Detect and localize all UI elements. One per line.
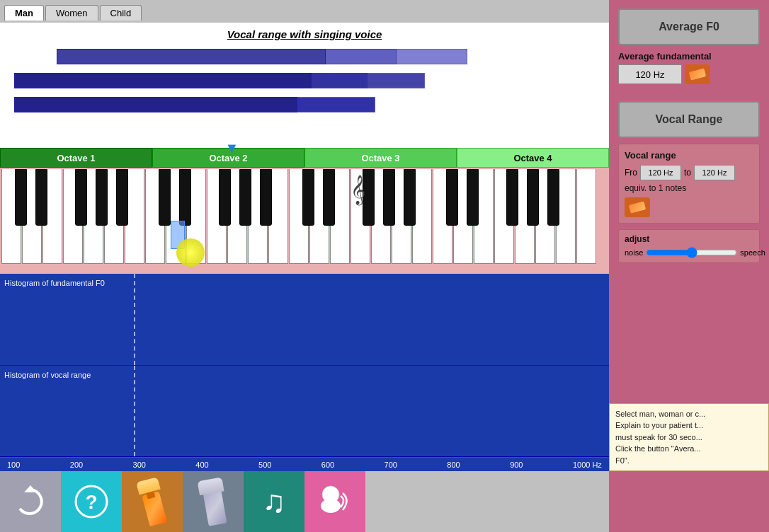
help-icon: ? xyxy=(74,484,109,519)
help-button[interactable]: ? xyxy=(61,471,122,532)
histogram-range-label: Histogram of vocal range xyxy=(4,370,91,380)
usb-gray-icon xyxy=(190,475,236,528)
noise-label: noise xyxy=(625,248,643,257)
tuning-fork-icon: 𝄞 xyxy=(351,175,365,204)
tenor-row: Tenor xyxy=(14,47,559,66)
avg-fundamental-section: Average fundamental xyxy=(618,51,760,84)
adjust-label: adjust xyxy=(625,234,753,244)
piano-section[interactable]: 𝄞 xyxy=(0,168,609,274)
black-key[interactable] xyxy=(35,169,47,226)
range-from-input[interactable] xyxy=(640,165,681,180)
black-key[interactable] xyxy=(404,169,416,226)
avg-fundamental-label: Average fundamental xyxy=(618,51,760,62)
range-eraser-button[interactable] xyxy=(625,197,650,217)
avg-f0-label: Average F0 xyxy=(659,21,719,33)
black-key[interactable] xyxy=(302,169,314,226)
black-key[interactable] xyxy=(467,169,479,226)
freq-100: 100 xyxy=(7,461,20,469)
usb-orange-button[interactable] xyxy=(122,471,183,532)
black-key[interactable] xyxy=(15,169,27,226)
octave-2: Octave 2 ▼ xyxy=(152,148,304,168)
vocal-range-section-right: Vocal range Fro to equiv. to 1 notes xyxy=(618,144,760,224)
music-icon: ♫ xyxy=(263,484,286,519)
tab-child[interactable]: Child xyxy=(100,5,142,21)
freq-200: 200 xyxy=(70,461,83,469)
white-key[interactable] xyxy=(576,169,596,264)
avg-hz-input[interactable] xyxy=(618,64,682,84)
black-key[interactable] xyxy=(506,169,518,226)
piano-keys[interactable] xyxy=(0,168,609,267)
svg-point-4 xyxy=(321,499,341,513)
usb-gray-button[interactable] xyxy=(183,471,244,532)
range-to-input[interactable] xyxy=(694,165,735,180)
octave-4: Octave 4 xyxy=(457,148,609,168)
usb-orange-icon xyxy=(127,474,177,528)
vocal-chart-title: Vocal range with singing voice xyxy=(14,28,595,40)
black-key[interactable] xyxy=(179,169,191,226)
black-key[interactable] xyxy=(159,169,171,226)
avg-eraser-button[interactable] xyxy=(685,64,710,84)
black-key[interactable] xyxy=(219,169,231,226)
freq-1000: 1000 Hz xyxy=(573,461,602,469)
equiv-label: equiv. to 1 notes xyxy=(625,183,753,193)
freq-500: 500 xyxy=(258,461,271,469)
freq-900: 900 xyxy=(510,461,523,469)
octave-1: Octave 1 xyxy=(0,148,152,168)
info-text: Select man, woman or c...Explain to your… xyxy=(615,410,705,465)
adjust-section: adjust noise speech xyxy=(618,229,760,263)
tab-bar: Man Women Child xyxy=(0,0,609,23)
freq-600: 600 xyxy=(321,461,334,469)
freq-axis: 100 200 300 400 500 600 700 800 900 1000… xyxy=(0,457,609,471)
vocal-range-button[interactable]: Vocal Range xyxy=(618,101,760,138)
black-key[interactable] xyxy=(260,169,272,226)
voice-button[interactable] xyxy=(304,471,365,532)
noise-slider[interactable] xyxy=(646,247,737,258)
barython-row: Barython xyxy=(14,71,559,90)
black-key[interactable] xyxy=(383,169,395,226)
freq-300: 300 xyxy=(133,461,146,469)
info-box: Select man, woman or c...Explain to your… xyxy=(609,403,769,472)
octave-bar: Octave 1 Octave 2 ▼ Octave 3 Octave 4 xyxy=(0,148,609,168)
tab-women[interactable]: Women xyxy=(45,5,98,21)
voice-icon xyxy=(314,480,356,523)
voice-bars: Tenor Barython Bass xyxy=(14,47,595,118)
black-key[interactable] xyxy=(75,169,87,226)
histogram-f0-label: Histogram of fundamental F0 xyxy=(4,278,105,288)
histogram-range-marker xyxy=(134,366,135,457)
black-key[interactable] xyxy=(323,169,335,226)
freq-700: 700 xyxy=(384,461,397,469)
octave-3: Octave 3 xyxy=(304,148,457,168)
histogram-section: Histogram of fundamental F0 Histogram of… xyxy=(0,274,609,471)
noise-speech-row: noise speech xyxy=(625,247,753,258)
svg-marker-0 xyxy=(24,485,37,492)
bottom-toolbar: ? ♫ xyxy=(0,471,609,532)
eraser-shape xyxy=(689,68,706,80)
music-button[interactable]: ♫ xyxy=(244,471,304,532)
histogram-f0-marker xyxy=(134,274,135,365)
freq-400: 400 xyxy=(195,461,208,469)
range-to-label: to xyxy=(684,168,691,178)
reload-button[interactable] xyxy=(0,471,61,532)
svg-text:?: ? xyxy=(85,491,97,513)
freq-800: 800 xyxy=(447,461,460,469)
main-area: Man Women Child Vocal range with singing… xyxy=(0,0,609,532)
black-key[interactable] xyxy=(116,169,128,226)
avg-hz-row xyxy=(618,64,760,84)
speech-label: speech xyxy=(740,248,765,257)
black-key[interactable] xyxy=(527,169,539,226)
vocal-range-btn-label: Vocal Range xyxy=(656,113,723,126)
range-from-row: Fro to xyxy=(625,165,753,180)
histogram-f0: Histogram of fundamental F0 xyxy=(0,274,609,366)
octave-arrow: ▼ xyxy=(225,140,239,156)
black-key[interactable] xyxy=(239,169,251,226)
avg-f0-button[interactable]: Average F0 xyxy=(618,8,760,45)
reload-icon xyxy=(13,484,48,519)
black-key[interactable] xyxy=(446,169,458,226)
black-key[interactable] xyxy=(547,169,559,226)
vocal-range-section-label: Vocal range xyxy=(625,150,753,161)
range-from-label: Fro xyxy=(625,168,637,178)
bass-row: Bass xyxy=(14,96,559,114)
histogram-range: Histogram of vocal range xyxy=(0,366,609,458)
tab-man[interactable]: Man xyxy=(4,5,44,21)
black-key[interactable] xyxy=(96,169,108,226)
